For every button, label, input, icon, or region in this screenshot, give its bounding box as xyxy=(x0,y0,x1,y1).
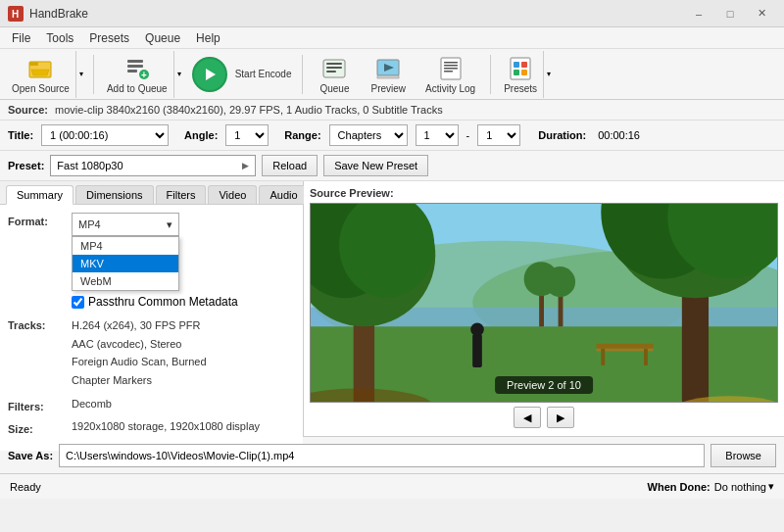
duration-label: Duration: xyxy=(538,129,586,141)
presets-icon xyxy=(507,55,534,82)
track-4: Chapter Markers xyxy=(72,371,207,390)
queue-button[interactable]: Queue xyxy=(310,51,359,98)
title-select[interactable]: 1 (00:00:16) xyxy=(41,124,169,146)
svg-text:H: H xyxy=(12,9,19,20)
track-3: Foreign Audio Scan, Burned xyxy=(72,353,207,371)
tab-audio[interactable]: Audio xyxy=(259,185,308,204)
menubar: File Tools Presets Queue Help xyxy=(0,27,784,49)
app-icon: H xyxy=(8,6,24,22)
format-option-mkv[interactable]: MKV xyxy=(73,255,178,272)
format-option-webm[interactable]: WebM xyxy=(73,272,178,290)
when-done[interactable]: When Done: Do nothing ▾ xyxy=(648,480,774,493)
svg-rect-6 xyxy=(127,70,137,73)
tracks-label: Tracks: xyxy=(8,316,72,331)
presets-button[interactable]: Presets xyxy=(498,51,543,98)
preset-arrow-icon: ▶ xyxy=(242,161,249,170)
save-new-preset-button[interactable]: Save New Preset xyxy=(323,155,428,176)
tab-video[interactable]: Video xyxy=(208,185,257,204)
preview-controls: ◀ ▶ xyxy=(310,403,778,430)
reload-button[interactable]: Reload xyxy=(262,155,318,176)
start-encode-button[interactable] xyxy=(192,57,227,92)
open-source-group: Open Source ▾ xyxy=(6,51,86,98)
status-text: Ready xyxy=(10,481,41,493)
format-value: MP4 ▾ MP4 MKV WebM xyxy=(72,213,295,236)
svg-rect-18 xyxy=(444,62,458,64)
close-button[interactable]: ✕ xyxy=(747,4,776,24)
open-source-button[interactable]: Open Source xyxy=(6,51,75,98)
svg-rect-40 xyxy=(472,334,482,367)
open-source-arrow[interactable]: ▾ xyxy=(75,51,86,98)
source-bar: Source: movie-clip 3840x2160 (3840x2160)… xyxy=(0,100,784,121)
preset-value: Fast 1080p30 xyxy=(57,160,122,171)
filters-value: Decomb xyxy=(72,398,295,410)
source-value: movie-clip 3840x2160 (3840x2160), 29.97 … xyxy=(55,104,443,116)
passthru-checkbox[interactable] xyxy=(72,296,84,309)
format-select-button[interactable]: MP4 ▾ xyxy=(72,213,179,236)
prev-arrow-icon: ◀ xyxy=(523,411,531,424)
size-row: Size: 1920x1080 storage, 1920x1080 displ… xyxy=(8,420,295,435)
add-to-queue-arrow[interactable]: ▾ xyxy=(173,51,184,98)
window-controls: – □ ✕ xyxy=(684,4,776,24)
preview-button[interactable]: Preview xyxy=(363,51,414,98)
next-arrow-icon: ▶ xyxy=(557,411,564,424)
format-dropdown-arrow-icon: ▾ xyxy=(167,218,172,231)
svg-rect-44 xyxy=(601,349,605,365)
svg-rect-4 xyxy=(127,60,143,63)
tab-filters[interactable]: Filters xyxy=(156,185,207,204)
source-preview-label: Source Preview: xyxy=(310,187,778,199)
svg-rect-42 xyxy=(596,344,653,349)
menu-presets[interactable]: Presets xyxy=(81,29,137,47)
presets-arrow[interactable]: ▾ xyxy=(543,51,554,98)
svg-rect-20 xyxy=(444,68,458,70)
browse-button[interactable]: Browse xyxy=(710,444,776,467)
preview-container: Preview 2 of 10 xyxy=(310,203,778,403)
svg-rect-15 xyxy=(377,75,399,78)
svg-rect-11 xyxy=(326,63,342,65)
filters-label: Filters: xyxy=(8,398,72,412)
range-end-select[interactable]: 1 xyxy=(477,124,520,146)
preview-image xyxy=(311,204,777,402)
main-area: Summary Dimensions Filters Video Audio S… xyxy=(0,181,784,436)
when-done-value: Do nothing ▾ xyxy=(714,480,774,493)
presets-group: Presets ▾ xyxy=(498,51,554,98)
toolbar-separator-2 xyxy=(302,55,303,94)
saveas-label: Save As: xyxy=(8,450,53,461)
menu-file[interactable]: File xyxy=(4,29,38,47)
queue-label: Queue xyxy=(319,83,349,94)
preview-prev-button[interactable]: ◀ xyxy=(514,407,541,428)
source-label: Source: xyxy=(8,104,48,116)
tab-summary[interactable]: Summary xyxy=(6,185,74,205)
left-panel: Summary Dimensions Filters Video Audio S… xyxy=(0,181,304,436)
menu-help[interactable]: Help xyxy=(188,29,228,47)
saveas-input[interactable] xyxy=(59,444,705,467)
toolbar: Open Source ▾ + Add to Queue ▾ Start Enc… xyxy=(0,49,784,100)
size-value: 1920x1080 storage, 1920x1080 display xyxy=(72,420,295,432)
format-option-mp4[interactable]: MP4 xyxy=(73,237,178,255)
filters-row: Filters: Decomb xyxy=(8,398,295,412)
svg-marker-9 xyxy=(206,69,216,80)
add-to-queue-button[interactable]: + Add to Queue xyxy=(101,51,173,98)
restore-button[interactable]: □ xyxy=(715,4,745,24)
preview-next-button[interactable]: ▶ xyxy=(547,407,574,428)
svg-rect-21 xyxy=(444,71,453,73)
titlebar-left: H HandBrake xyxy=(8,6,88,22)
activity-log-button[interactable]: Activity Log xyxy=(417,51,483,98)
title-label: Title: xyxy=(8,129,33,141)
titlebar: H HandBrake – □ ✕ xyxy=(0,0,784,27)
format-selected-text: MP4 xyxy=(78,218,101,230)
minimize-button[interactable]: – xyxy=(684,4,713,24)
preset-selector[interactable]: Fast 1080p30 ▶ xyxy=(50,155,256,176)
svg-rect-26 xyxy=(521,70,527,75)
angle-select[interactable]: 1 xyxy=(225,124,269,146)
tab-dimensions[interactable]: Dimensions xyxy=(75,185,153,204)
menu-tools[interactable]: Tools xyxy=(38,29,81,47)
duration-value: 00:00:16 xyxy=(598,129,640,141)
activity-log-icon xyxy=(437,55,465,82)
format-dropdown-menu: MP4 MKV WebM xyxy=(72,236,179,291)
tab-content-summary: Format: MP4 ▾ MP4 MKV WebM xyxy=(0,205,303,451)
menu-queue[interactable]: Queue xyxy=(137,29,188,47)
start-encode-label: Start Encode xyxy=(235,69,292,79)
range-type-select[interactable]: Chapters xyxy=(329,124,408,146)
open-source-icon xyxy=(26,55,54,82)
range-start-select[interactable]: 1 xyxy=(416,124,459,146)
